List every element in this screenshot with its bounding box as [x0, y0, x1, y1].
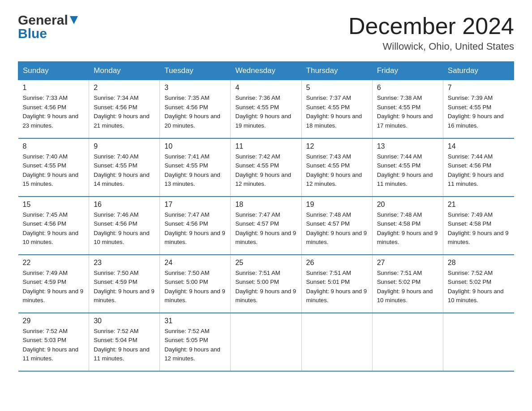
- sunrise-label: Sunrise: 7:50 AM: [94, 270, 138, 276]
- sunset-label: Sunset: 4:56 PM: [448, 162, 492, 169]
- calendar-cell: 6 Sunrise: 7:38 AM Sunset: 4:55 PM Dayli…: [372, 80, 443, 138]
- sunset-label: Sunset: 5:03 PM: [23, 337, 67, 343]
- day-info: Sunrise: 7:43 AM Sunset: 4:55 PM Dayligh…: [306, 152, 368, 189]
- day-number: 1: [23, 84, 85, 92]
- daylight-label: Daylight: 9 hours and 15 minutes.: [23, 171, 79, 187]
- svg-marker-0: [70, 16, 78, 24]
- day-number: 29: [23, 317, 85, 325]
- daylight-label: Daylight: 9 hours and 10 minutes.: [448, 288, 504, 304]
- sunset-label: Sunset: 4:58 PM: [377, 220, 421, 227]
- day-info: Sunrise: 7:52 AM Sunset: 5:03 PM Dayligh…: [23, 327, 85, 364]
- day-number: 20: [377, 201, 438, 209]
- sunrise-label: Sunrise: 7:45 AM: [23, 211, 68, 218]
- sunset-label: Sunset: 4:57 PM: [306, 220, 350, 227]
- calendar-cell: 24 Sunrise: 7:50 AM Sunset: 5:00 PM Dayl…: [160, 255, 231, 313]
- daylight-label: Daylight: 9 hours and 9 minutes.: [306, 230, 367, 245]
- day-number: 16: [94, 201, 155, 209]
- sunrise-label: Sunrise: 7:37 AM: [306, 94, 351, 101]
- day-info: Sunrise: 7:35 AM Sunset: 4:56 PM Dayligh…: [164, 94, 226, 130]
- sunrise-label: Sunrise: 7:46 AM: [94, 211, 138, 218]
- sunset-label: Sunset: 4:55 PM: [448, 104, 492, 111]
- calendar-cell: 28 Sunrise: 7:52 AM Sunset: 5:02 PM Dayl…: [443, 255, 514, 313]
- day-info: Sunrise: 7:49 AM Sunset: 4:59 PM Dayligh…: [23, 269, 85, 305]
- calendar-table: SundayMondayTuesdayWednesdayThursdayFrid…: [18, 61, 514, 372]
- calendar-cell: 26 Sunrise: 7:51 AM Sunset: 5:01 PM Dayl…: [301, 255, 372, 313]
- daylight-label: Daylight: 9 hours and 10 minutes.: [94, 230, 150, 245]
- day-number: 12: [306, 142, 368, 150]
- daylight-label: Daylight: 9 hours and 9 minutes.: [94, 288, 154, 304]
- day-number: 18: [235, 201, 296, 209]
- day-info: Sunrise: 7:36 AM Sunset: 4:55 PM Dayligh…: [235, 94, 296, 130]
- day-info: Sunrise: 7:48 AM Sunset: 4:57 PM Dayligh…: [306, 210, 368, 247]
- sunset-label: Sunset: 4:59 PM: [94, 278, 137, 285]
- sunset-label: Sunset: 4:55 PM: [23, 162, 67, 169]
- day-number: 9: [94, 142, 155, 150]
- sunset-label: Sunset: 4:56 PM: [164, 220, 208, 227]
- sunrise-label: Sunrise: 7:47 AM: [235, 211, 280, 218]
- calendar-cell: [443, 313, 514, 371]
- sunrise-label: Sunrise: 7:35 AM: [164, 94, 209, 101]
- sunset-label: Sunset: 5:00 PM: [164, 278, 208, 285]
- sunset-label: Sunset: 5:02 PM: [448, 278, 492, 285]
- calendar-cell: 14 Sunrise: 7:44 AM Sunset: 4:56 PM Dayl…: [443, 138, 514, 197]
- daylight-label: Daylight: 9 hours and 9 minutes.: [448, 230, 509, 245]
- day-info: Sunrise: 7:50 AM Sunset: 4:59 PM Dayligh…: [94, 269, 155, 305]
- daylight-label: Daylight: 9 hours and 9 minutes.: [306, 288, 367, 304]
- day-info: Sunrise: 7:50 AM Sunset: 5:00 PM Dayligh…: [164, 269, 226, 305]
- calendar-cell: 27 Sunrise: 7:51 AM Sunset: 5:02 PM Dayl…: [372, 255, 443, 313]
- calendar-cell: 31 Sunrise: 7:52 AM Sunset: 5:05 PM Dayl…: [160, 313, 231, 371]
- sunset-label: Sunset: 4:55 PM: [235, 162, 279, 169]
- calendar-cell: 7 Sunrise: 7:39 AM Sunset: 4:55 PM Dayli…: [443, 80, 514, 138]
- sunset-label: Sunset: 4:55 PM: [235, 104, 279, 111]
- daylight-label: Daylight: 9 hours and 23 minutes.: [23, 113, 79, 128]
- daylight-label: Daylight: 9 hours and 13 minutes.: [164, 171, 220, 187]
- sunrise-label: Sunrise: 7:43 AM: [306, 153, 351, 160]
- calendar-week-row: 29 Sunrise: 7:52 AM Sunset: 5:03 PM Dayl…: [18, 313, 514, 371]
- day-number: 30: [94, 317, 155, 325]
- daylight-label: Daylight: 9 hours and 9 minutes.: [377, 230, 438, 245]
- day-number: 24: [164, 259, 226, 267]
- sunrise-label: Sunrise: 7:40 AM: [23, 153, 68, 160]
- day-number: 7: [448, 84, 510, 92]
- sunrise-label: Sunrise: 7:39 AM: [448, 94, 493, 101]
- calendar-cell: [301, 313, 372, 371]
- sunrise-label: Sunrise: 7:52 AM: [94, 328, 138, 334]
- header-saturday: Saturday: [443, 62, 514, 80]
- day-number: 3: [164, 84, 226, 92]
- day-info: Sunrise: 7:52 AM Sunset: 5:04 PM Dayligh…: [94, 327, 155, 364]
- calendar-cell: 17 Sunrise: 7:47 AM Sunset: 4:56 PM Dayl…: [160, 197, 231, 255]
- sunset-label: Sunset: 4:58 PM: [448, 220, 492, 227]
- calendar-cell: 8 Sunrise: 7:40 AM Sunset: 4:55 PM Dayli…: [18, 138, 89, 197]
- calendar-cell: 2 Sunrise: 7:34 AM Sunset: 4:56 PM Dayli…: [89, 80, 160, 138]
- day-number: 23: [94, 259, 155, 267]
- location-text: Willowick, Ohio, United States: [348, 41, 514, 52]
- day-info: Sunrise: 7:39 AM Sunset: 4:55 PM Dayligh…: [448, 94, 510, 130]
- sunrise-label: Sunrise: 7:52 AM: [23, 328, 68, 334]
- day-number: 10: [164, 142, 226, 150]
- day-number: 22: [23, 259, 85, 267]
- calendar-cell: 11 Sunrise: 7:42 AM Sunset: 4:55 PM Dayl…: [231, 138, 301, 197]
- sunrise-label: Sunrise: 7:38 AM: [377, 94, 422, 101]
- header-tuesday: Tuesday: [160, 62, 231, 80]
- sunrise-label: Sunrise: 7:52 AM: [448, 270, 493, 276]
- header-sunday: Sunday: [18, 62, 89, 80]
- page-header: General Blue December 2024 Willowick, Oh…: [18, 13, 514, 52]
- calendar-cell: 20 Sunrise: 7:48 AM Sunset: 4:58 PM Dayl…: [372, 197, 443, 255]
- calendar-cell: 1 Sunrise: 7:33 AM Sunset: 4:56 PM Dayli…: [18, 80, 89, 138]
- daylight-label: Daylight: 9 hours and 10 minutes.: [377, 288, 433, 304]
- day-number: 4: [235, 84, 296, 92]
- sunset-label: Sunset: 4:55 PM: [377, 162, 421, 169]
- sunrise-label: Sunrise: 7:49 AM: [23, 270, 68, 276]
- day-info: Sunrise: 7:44 AM Sunset: 4:55 PM Dayligh…: [377, 152, 438, 189]
- sunrise-label: Sunrise: 7:36 AM: [235, 94, 280, 101]
- calendar-cell: 13 Sunrise: 7:44 AM Sunset: 4:55 PM Dayl…: [372, 138, 443, 197]
- calendar-cell: 12 Sunrise: 7:43 AM Sunset: 4:55 PM Dayl…: [301, 138, 372, 197]
- daylight-label: Daylight: 9 hours and 20 minutes.: [164, 113, 220, 128]
- calendar-cell: 22 Sunrise: 7:49 AM Sunset: 4:59 PM Dayl…: [18, 255, 89, 313]
- sunrise-label: Sunrise: 7:41 AM: [164, 153, 209, 160]
- day-info: Sunrise: 7:52 AM Sunset: 5:02 PM Dayligh…: [448, 269, 510, 305]
- day-number: 15: [23, 201, 85, 209]
- day-info: Sunrise: 7:38 AM Sunset: 4:55 PM Dayligh…: [377, 94, 438, 130]
- sunrise-label: Sunrise: 7:47 AM: [164, 211, 209, 218]
- header-monday: Monday: [89, 62, 160, 80]
